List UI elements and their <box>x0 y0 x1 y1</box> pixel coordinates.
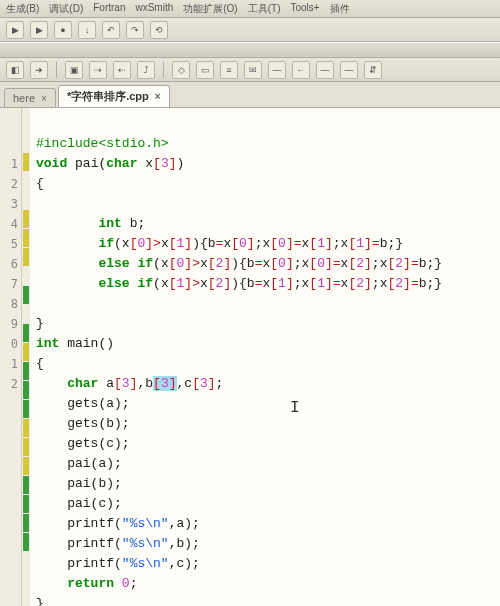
cursor-icon[interactable]: ▣ <box>65 61 83 79</box>
back-icon[interactable]: ← <box>292 61 310 79</box>
menu-item[interactable]: Fortran <box>93 2 125 15</box>
dash2-icon[interactable]: — <box>316 61 334 79</box>
list-icon[interactable]: ≡ <box>220 61 238 79</box>
step-over-button[interactable]: ↶ <box>102 21 120 39</box>
edit-toolbar: ◧ ➜ ▣ ⇢ ⇠ ⤴ ◇ ▭ ≡ ✉ — ← — — ⇵ <box>0 58 500 82</box>
prev-icon[interactable]: ⇠ <box>113 61 131 79</box>
next-icon[interactable]: ⇢ <box>89 61 107 79</box>
tab-label: here <box>13 92 35 104</box>
code-area[interactable]: #include<stdio.h> void pai(char x[3]) { … <box>30 108 500 606</box>
step-out-button[interactable]: ↷ <box>126 21 144 39</box>
change-marker-gutter <box>22 108 30 606</box>
close-icon[interactable]: × <box>41 93 47 104</box>
menu-item[interactable]: 功能扩展(O) <box>183 2 237 15</box>
line-number-gutter: 123 456 789 012 <box>0 108 22 606</box>
select-button[interactable]: ➜ <box>30 61 48 79</box>
mail-icon[interactable]: ✉ <box>244 61 262 79</box>
menu-item[interactable]: 调试(D) <box>49 2 83 15</box>
dash-icon[interactable]: — <box>268 61 286 79</box>
restart-button[interactable]: ⟲ <box>150 21 168 39</box>
separator <box>163 62 164 78</box>
diamond-icon[interactable]: ◇ <box>172 61 190 79</box>
step-into-button[interactable]: ↓ <box>78 21 96 39</box>
menu-item[interactable]: wxSmith <box>135 2 173 15</box>
code-editor[interactable]: 123 456 789 012 #include<stdio.h> void p… <box>0 108 500 606</box>
debug-toolbar: ▶ ▶ ● ↓ ↶ ↷ ⟲ <box>0 18 500 42</box>
tab-other[interactable]: here × <box>4 88 56 107</box>
text-caret-icon: I <box>290 398 300 418</box>
toggle-button[interactable]: ◧ <box>6 61 24 79</box>
editor-tabs: here × *字符串排序.cpp × <box>0 82 500 108</box>
sort-icon[interactable]: ⇵ <box>364 61 382 79</box>
dash3-icon[interactable]: — <box>340 61 358 79</box>
menu-bar: 生成(B) 调试(D) Fortran wxSmith 功能扩展(O) 工具(T… <box>0 0 500 18</box>
menu-item[interactable]: 生成(B) <box>6 2 39 15</box>
menu-item[interactable]: Tools+ <box>291 2 320 15</box>
menu-item[interactable]: 插件 <box>330 2 350 15</box>
close-icon[interactable]: × <box>155 91 161 102</box>
rect-icon[interactable]: ▭ <box>196 61 214 79</box>
pane-divider <box>0 42 500 58</box>
jump-icon[interactable]: ⤴ <box>137 61 155 79</box>
separator <box>56 62 57 78</box>
tab-label: *字符串排序.cpp <box>67 89 149 104</box>
stop-button[interactable]: ● <box>54 21 72 39</box>
tab-current-file[interactable]: *字符串排序.cpp × <box>58 85 170 107</box>
menu-item[interactable]: 工具(T) <box>248 2 281 15</box>
run-button[interactable]: ▶ <box>6 21 24 39</box>
run-cursor-button[interactable]: ▶ <box>30 21 48 39</box>
